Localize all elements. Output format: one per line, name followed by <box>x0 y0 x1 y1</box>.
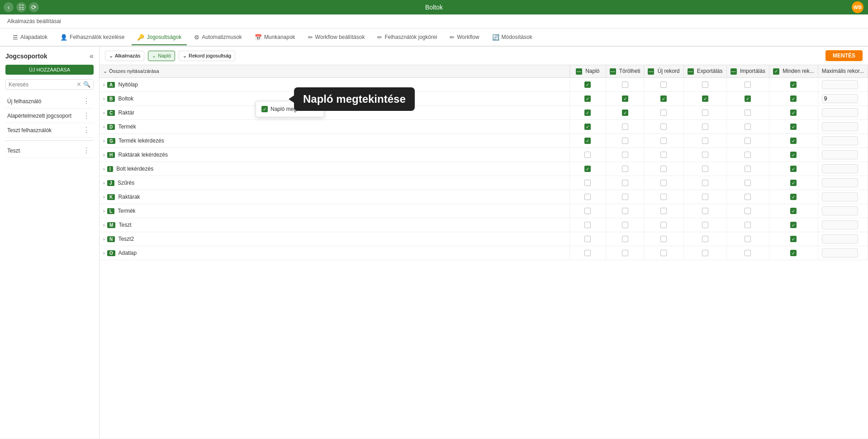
cb-importalas-o-adatlap[interactable] <box>745 250 751 256</box>
cell-importalas-i-bolt-lekerdezes[interactable] <box>726 162 769 176</box>
cb-uj-rekord-m-teszt[interactable] <box>660 222 667 228</box>
row-expand-c-raktar[interactable]: › <box>103 110 105 115</box>
cell-naplo-a-nyitolap[interactable] <box>569 77 606 91</box>
max-input-l-termek[interactable] <box>822 206 858 215</box>
sidebar-item-teszt-felhasznalok[interactable]: Teszt felhasználók ⋮ <box>5 123 94 138</box>
cb-exportalas-i-bolt-lekerdezes[interactable] <box>702 166 708 172</box>
sidebar-item-teszt[interactable]: Teszt ⋮ <box>5 143 94 158</box>
cb-minden-rek-n-teszt2[interactable] <box>790 236 797 242</box>
cb-minden-rek-o-adatlap[interactable] <box>790 250 797 256</box>
cell-naplo-c-raktar[interactable] <box>569 105 606 119</box>
cell-naplo-h-raktarak-lekerdezes[interactable] <box>569 148 606 162</box>
cell-importalas-l-termek[interactable] <box>726 204 769 218</box>
save-button[interactable]: MENTÉS <box>825 50 863 61</box>
cb-torolheti-l-termek[interactable] <box>622 208 628 214</box>
cell-torolheti-k-raktarak[interactable] <box>606 190 644 204</box>
cb-exportalas-j-szures[interactable] <box>702 180 708 186</box>
filter-rekord-button[interactable]: ⌄ Rekord jogosultság <box>179 51 235 61</box>
cell-importalas-n-teszt2[interactable] <box>726 232 769 246</box>
max-input-h-raktarak-lekerdezes[interactable] <box>822 150 858 159</box>
cell-max-l-termek[interactable] <box>818 204 868 218</box>
cell-torolheti-l-termek[interactable] <box>606 204 644 218</box>
cb-minden-rek-g-termek-lekerdezes[interactable] <box>790 138 797 144</box>
cell-uj-rekord-j-szures[interactable] <box>644 176 683 190</box>
cb-minden-rek-b-boltok[interactable] <box>790 95 797 102</box>
cb-importalas-j-szures[interactable] <box>745 180 751 186</box>
cell-minden-rek-n-teszt2[interactable] <box>769 232 818 246</box>
cb-minden-rek-c-raktar[interactable] <box>790 110 797 116</box>
cell-torolheti-m-teszt[interactable] <box>606 218 644 232</box>
cb-importalas-l-termek[interactable] <box>745 208 751 214</box>
cb-naplo-c-raktar[interactable] <box>584 110 591 116</box>
cb-naplo-m-teszt[interactable] <box>584 222 591 228</box>
cb-exportalas-k-raktarak[interactable] <box>702 194 708 200</box>
cell-importalas-o-adatlap[interactable] <box>726 246 769 260</box>
cell-naplo-g-termek-lekerdezes[interactable] <box>569 134 606 148</box>
header-cb-torolheti[interactable]: — <box>610 68 616 75</box>
search-input[interactable] <box>9 81 75 88</box>
cb-importalas-d-termek[interactable] <box>745 124 751 130</box>
sidebar-item-menu-teszt-felhasznalok[interactable]: ⋮ <box>81 126 92 134</box>
cell-naplo-i-bolt-lekerdezes[interactable] <box>569 162 606 176</box>
cb-torolheti-j-szures[interactable] <box>622 180 628 186</box>
row-expand-l-termek[interactable]: › <box>103 208 105 214</box>
header-cb-minden-rek[interactable]: ✓ <box>773 68 779 75</box>
th-torolheti[interactable]: — Törölheti <box>606 65 644 77</box>
cell-minden-rek-j-szures[interactable] <box>769 176 818 190</box>
cell-exportalas-d-termek[interactable] <box>683 119 726 134</box>
cell-max-n-teszt2[interactable] <box>818 232 868 246</box>
cb-exportalas-l-termek[interactable] <box>702 208 708 214</box>
cell-naplo-b-boltok[interactable] <box>569 91 606 105</box>
cell-importalas-m-teszt[interactable] <box>726 218 769 232</box>
cb-uj-rekord-g-termek-lekerdezes[interactable] <box>660 138 667 144</box>
cb-uj-rekord-b-boltok[interactable] <box>660 95 667 102</box>
sidebar-collapse-button[interactable]: « <box>90 52 94 60</box>
cell-max-k-raktarak[interactable] <box>818 190 868 204</box>
th-importalas[interactable]: — Importálás <box>726 65 769 77</box>
filter-alkalmazas-button[interactable]: ⌄ Alkalmazás <box>105 51 144 61</box>
cell-importalas-c-raktar[interactable] <box>726 105 769 119</box>
cell-exportalas-i-bolt-lekerdezes[interactable] <box>683 162 726 176</box>
th-uj-rekord[interactable]: — Új rekord <box>644 65 683 77</box>
cell-exportalas-h-raktarak-lekerdezes[interactable] <box>683 148 726 162</box>
all-open-close-button[interactable]: ⌄ Összes nyitása/zárása <box>103 68 159 74</box>
cell-minden-rek-b-boltok[interactable] <box>769 91 818 105</box>
max-input-o-adatlap[interactable] <box>822 248 858 258</box>
header-cb-exportalas[interactable]: — <box>688 68 694 75</box>
cell-naplo-j-szures[interactable] <box>569 176 606 190</box>
cb-importalas-m-teszt[interactable] <box>745 222 751 228</box>
checkbox-naplo-megtekintese[interactable]: ✓ <box>261 106 268 112</box>
max-input-i-bolt-lekerdezes[interactable] <box>822 164 858 173</box>
tab-felhasznalok[interactable]: 👤 Felhasználók kezelése <box>55 30 130 45</box>
cb-naplo-d-termek[interactable] <box>584 124 591 130</box>
cb-importalas-h-raktarak-lekerdezes[interactable] <box>745 152 751 158</box>
cb-naplo-g-termek-lekerdezes[interactable] <box>584 138 591 144</box>
cell-uj-rekord-o-adatlap[interactable] <box>644 246 683 260</box>
max-input-n-teszt2[interactable] <box>822 234 858 243</box>
max-input-c-raktar[interactable] <box>822 108 858 117</box>
cell-torolheti-g-termek-lekerdezes[interactable] <box>606 134 644 148</box>
cell-torolheti-j-szures[interactable] <box>606 176 644 190</box>
max-input-k-raktarak[interactable] <box>822 192 858 201</box>
th-exportalas[interactable]: — Exportálás <box>683 65 726 77</box>
row-expand-g-termek-lekerdezes[interactable]: › <box>103 138 105 143</box>
cell-exportalas-b-boltok[interactable] <box>683 91 726 105</box>
filter-naplo-button[interactable]: ⌄ Napló <box>148 51 175 61</box>
cb-exportalas-h-raktarak-lekerdezes[interactable] <box>702 152 708 158</box>
cell-max-i-bolt-lekerdezes[interactable] <box>818 162 868 176</box>
cell-importalas-k-raktarak[interactable] <box>726 190 769 204</box>
row-expand-j-szures[interactable]: › <box>103 180 105 186</box>
cell-minden-rek-h-raktarak-lekerdezes[interactable] <box>769 148 818 162</box>
cell-uj-rekord-m-teszt[interactable] <box>644 218 683 232</box>
cb-importalas-b-boltok[interactable] <box>745 95 751 102</box>
cell-uj-rekord-c-raktar[interactable] <box>644 105 683 119</box>
th-naplo[interactable]: — Napló <box>569 65 606 77</box>
cb-importalas-k-raktarak[interactable] <box>745 194 751 200</box>
cell-max-g-termek-lekerdezes[interactable] <box>818 134 868 148</box>
row-expand-d-termek[interactable]: › <box>103 124 105 129</box>
row-expand-m-teszt[interactable]: › <box>103 222 105 228</box>
th-name[interactable]: ⌄ Összes nyitása/zárása <box>100 65 569 77</box>
sidebar-item-menu-uj-felhasznalo[interactable]: ⋮ <box>81 97 92 105</box>
cell-torolheti-b-boltok[interactable] <box>606 91 644 105</box>
search-clear-button[interactable]: ✕ <box>76 81 81 88</box>
